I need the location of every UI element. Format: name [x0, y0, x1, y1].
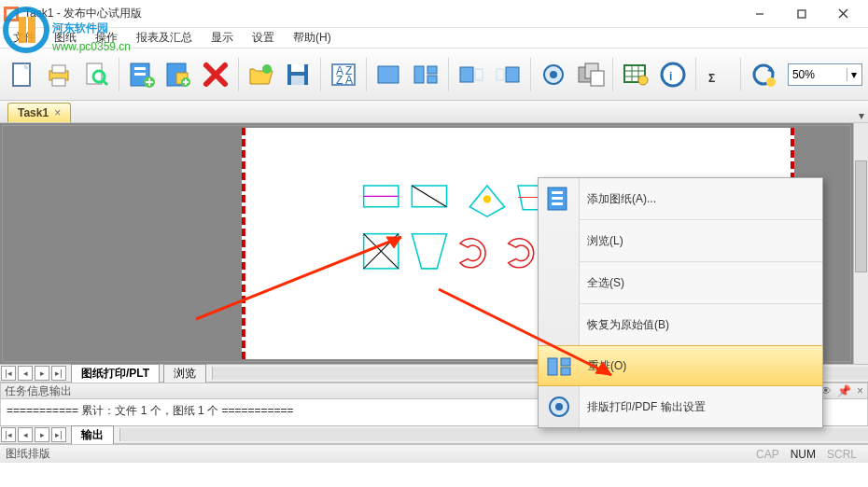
table-button[interactable]: [619, 55, 652, 94]
annotation-arrow: [187, 226, 429, 328]
refresh-settings-button[interactable]: [747, 55, 780, 94]
print-button[interactable]: [43, 55, 77, 94]
maximize-button[interactable]: [780, 1, 822, 27]
sigma-button[interactable]: Σ: [702, 55, 735, 94]
open-folder-button[interactable]: [245, 55, 278, 94]
svg-rect-78: [552, 197, 563, 200]
status-scrl: SCRL: [827, 448, 857, 461]
window-title: Task1 - 发布中心试用版: [24, 6, 738, 21]
menu-label: 添加图纸(A)...: [587, 191, 656, 207]
svg-text:i: i: [669, 70, 672, 83]
delete-button[interactable]: [199, 55, 232, 94]
output-tab-strip: |◂ ◂ ▸ ▸| 输出: [0, 425, 868, 444]
menu-add-drawing[interactable]: 添加图纸(A)...: [539, 178, 822, 219]
svg-rect-3: [798, 10, 805, 18]
panel-title: 任务信息输出: [5, 383, 72, 399]
tab-overflow-button[interactable]: ▾: [855, 109, 868, 122]
add-drawing-icon: [544, 184, 574, 214]
menu-reports[interactable]: 报表及汇总: [127, 28, 202, 48]
svg-line-65: [412, 186, 446, 207]
save-button[interactable]: [281, 55, 315, 94]
svg-line-74: [196, 237, 401, 319]
add-drawing-button[interactable]: [125, 55, 159, 94]
next-button[interactable]: ▸: [35, 366, 49, 381]
svg-rect-39: [427, 66, 437, 74]
first-button[interactable]: |◂: [1, 366, 16, 381]
menu-file[interactable]: 文件: [4, 28, 45, 48]
svg-rect-31: [291, 76, 304, 85]
svg-rect-79: [552, 202, 563, 205]
svg-point-46: [550, 71, 557, 78]
svg-rect-38: [414, 66, 424, 83]
svg-rect-9: [52, 65, 65, 73]
svg-rect-41: [460, 67, 473, 82]
new-button[interactable]: [6, 55, 39, 94]
menu-label: 排版打印/PDF 输出设置: [587, 399, 706, 415]
svg-text:Z: Z: [336, 74, 343, 87]
svg-point-61: [766, 77, 776, 87]
scrollbar-thumb[interactable]: [855, 160, 867, 272]
minimize-button[interactable]: [738, 1, 780, 27]
settings-gear-button[interactable]: [537, 55, 570, 94]
next-button[interactable]: ▸: [35, 427, 49, 442]
svg-rect-49: [591, 71, 604, 86]
status-text: 图纸排版: [6, 446, 50, 462]
annotation-arrow: [429, 280, 635, 392]
canvas-tab-browse[interactable]: 浏览: [163, 364, 206, 383]
menu-settings[interactable]: 设置: [243, 28, 284, 48]
layout-right-button[interactable]: [492, 55, 525, 94]
prev-button[interactable]: ◂: [18, 366, 33, 381]
horizontal-scrollbar[interactable]: [119, 428, 868, 441]
output-tab[interactable]: 输出: [71, 425, 114, 444]
chevron-down-icon[interactable]: ▾: [847, 68, 861, 81]
svg-rect-16: [134, 73, 146, 76]
status-cap: CAP: [756, 448, 779, 461]
zoom-combo[interactable]: ▾: [788, 63, 862, 86]
layout-left-button[interactable]: [455, 55, 488, 94]
svg-point-56: [662, 63, 684, 86]
first-button[interactable]: |◂: [1, 427, 16, 442]
svg-text:A: A: [345, 74, 353, 87]
app-icon: [4, 7, 19, 21]
gear-icon: [544, 392, 574, 422]
menu-print-settings[interactable]: 排版打印/PDF 输出设置: [539, 386, 822, 427]
canvas-tab-print[interactable]: 图纸打印/PLT: [71, 364, 160, 383]
panel-close-icon[interactable]: ×: [857, 384, 863, 397]
prev-button[interactable]: ◂: [18, 427, 33, 442]
close-icon[interactable]: ×: [54, 106, 61, 119]
menu-label: 浏览(L): [587, 233, 623, 249]
menu-operate[interactable]: 操作: [86, 28, 127, 48]
svg-point-28: [262, 64, 272, 74]
vertical-scrollbar[interactable]: [853, 123, 868, 364]
menu-browse[interactable]: 浏览(L): [539, 220, 822, 261]
zoom-input[interactable]: [789, 66, 847, 83]
svg-point-67: [483, 195, 491, 202]
svg-rect-77: [552, 191, 563, 194]
close-button[interactable]: [822, 1, 864, 27]
layout-multi-button[interactable]: [409, 55, 442, 94]
svg-rect-1: [7, 9, 16, 19]
panel-pin-icon[interactable]: 📌: [837, 384, 851, 397]
sort-button[interactable]: AZZA: [327, 55, 360, 94]
preview-button[interactable]: [79, 55, 113, 94]
svg-point-55: [638, 76, 648, 85]
menu-view[interactable]: 显示: [202, 28, 243, 48]
document-tab[interactable]: Task1 ×: [7, 103, 71, 122]
svg-rect-42: [475, 69, 483, 80]
last-button[interactable]: ▸|: [51, 427, 66, 442]
last-button[interactable]: ▸|: [51, 366, 66, 381]
menu-drawings[interactable]: 图纸: [45, 28, 86, 48]
svg-line-13: [103, 80, 107, 85]
add-folder-button[interactable]: [162, 55, 196, 94]
svg-point-84: [555, 403, 563, 410]
svg-rect-44: [506, 67, 519, 82]
menu-help[interactable]: 帮助(H): [284, 28, 341, 48]
info-button[interactable]: i: [656, 55, 690, 94]
shapes-button[interactable]: [574, 55, 608, 94]
tab-label: Task1: [18, 106, 49, 119]
status-bar: 图纸排版 CAP NUM SCRL: [0, 444, 868, 463]
svg-rect-30: [291, 64, 304, 72]
status-num: NUM: [791, 448, 816, 461]
document-tab-strip: Task1 × ▾: [0, 101, 868, 123]
layout-single-button[interactable]: [372, 55, 406, 94]
